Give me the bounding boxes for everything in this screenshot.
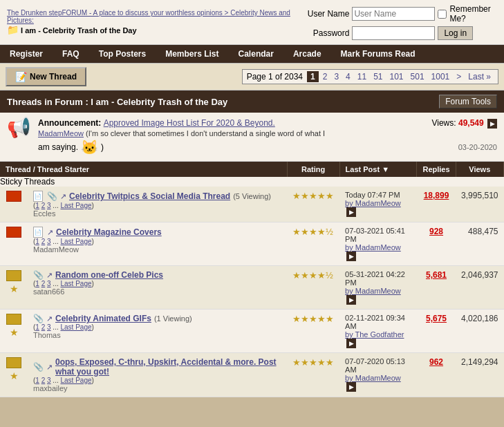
thread-1-page-2[interactable]: 2 [41,202,46,209]
thread-2-page-1[interactable]: 1 [35,238,39,245]
thread-5-page-3[interactable]: 3 [47,377,51,384]
nav-mark-forums-read[interactable]: Mark Forums Read [331,45,425,63]
remember-me-checkbox[interactable] [438,10,447,19]
thread-5-views: 2,149,294 [456,353,503,397]
thread-4-page-1[interactable]: 1 [35,323,39,331]
thread-4-last-post-author[interactable]: by The Godfather [345,330,404,339]
username-label: User Name [301,9,349,19]
header-left: The Drunken stepFORUM - A place to discu… [7,9,301,35]
thread-4-goto-icon[interactable]: ▶ [346,339,356,348]
page-next[interactable]: > [454,71,464,82]
thread-5-title-link[interactable]: 0ops, Exposed, C-thru, Upskirt, Accident… [55,357,281,377]
page-11[interactable]: 11 [355,71,369,82]
thread-3-goto-icon[interactable]: ▶ [346,295,356,305]
thread-5-last-post-author[interactable]: by MadamMeow [345,374,401,382]
thread-2-replies-link[interactable]: 928 [429,227,443,236]
thread-2-goto-icon[interactable]: ▶ [346,252,356,261]
thread-1-last-post: Today 07:47 PM by MadamMeow ▶ [339,187,417,222]
thread-4-starter: Thomas [33,331,281,339]
thread-4-title-link[interactable]: Celebrity Animated GIFs [55,314,151,323]
nav-register[interactable]: Register [0,45,53,63]
page-4[interactable]: 4 [343,71,353,82]
announcement-closing: ) [101,142,104,152]
thread-2-pages: (1 2 3 ... Last Page) [33,238,281,245]
announcement-title-link[interactable]: Approved Image Host List For 2020 & Beyo… [104,118,275,128]
thread-1-goto-icon[interactable]: ▶ [346,207,356,217]
thread-1-last-page[interactable]: Last Page [61,202,92,209]
thread-4-attach-icon: 📎 [33,314,44,323]
thread-5-goto-icon[interactable]: ▶ [346,382,356,392]
new-thread-button[interactable]: 📝 New Thread [6,67,86,86]
thread-5-page-1[interactable]: 1 [35,377,39,384]
page-1001[interactable]: 1001 [429,71,453,82]
thread-5-replies-link[interactable]: 962 [429,357,443,367]
password-input[interactable] [352,26,435,40]
page-101[interactable]: 101 [387,71,407,82]
thread-4-last-page[interactable]: Last Page [61,323,92,331]
thread-2-last-page[interactable]: Last Page [61,238,92,245]
thread-3-replies: 5,681 [417,266,456,310]
thread-1-last-post-author[interactable]: by MadamMeow [345,199,401,207]
announcement-goto-icon[interactable]: ▶ [487,119,497,129]
login-form: User Name Remember Me? Password Log in [301,4,497,40]
thread-1-replies-link[interactable]: 18,899 [424,191,449,200]
thread-3-page-3[interactable]: 3 [47,280,51,287]
announcement-date: 03-20-2020 [458,143,497,151]
table-row: ★ 📎 ↗ 0ops, Exposed, C-thru, Upskirt, Ac… [0,353,504,397]
login-button[interactable]: Log in [438,26,473,40]
nav-top-posters[interactable]: Top Posters [89,45,156,63]
thread-1-info-cell: 📄 📎 ↗ Celebrity Twitpics & Social Media … [28,187,287,222]
nav-members-list[interactable]: Members List [156,45,228,63]
thread-1-replies: 18,899 [417,187,456,222]
thread-4-last-post: 02-11-2021 09:34 AM by The Godfather ▶ [339,310,417,353]
thread-5-folder-icon [6,357,21,368]
thread-3-last-post-author[interactable]: by MadamMeow [345,287,401,295]
last-post-col-link[interactable]: Last Post ▼ [346,165,389,173]
page-1[interactable]: 1 [307,71,319,82]
thread-col-link[interactable]: Thread [6,165,31,173]
forum-link[interactable]: The Drunken stepFORUM - A place to discu… [7,9,290,24]
table-row: ★ 📎 ↗ Celebrity Animated GIFs (1 Viewing… [0,310,504,353]
thread-3-title-link[interactable]: Random one-off Celeb Pics [55,270,163,280]
thread-3-icon-cell: ★ [0,266,28,310]
thread-1-page-3[interactable]: 3 [47,202,51,209]
thread-starter-col-link[interactable]: Thread Starter [37,165,89,173]
thread-5-pages: (1 2 3 ... Last Page) [33,377,281,384]
thread-2-page-3[interactable]: 3 [47,238,51,245]
thread-3-last-post: 05-31-2021 04:22 PM by MadamMeow ▶ [339,266,417,310]
username-input[interactable] [352,7,435,21]
announcement-row: 📢 Announcement: Approved Image Host List… [0,113,504,162]
thread-4-page-2[interactable]: 2 [41,323,46,331]
thread-3-star-icon: ★ [6,283,22,294]
announcement-footer: am saying. 🐱 ) 03-20-2020 [38,139,497,155]
current-forum-title: 📁 I am - Celebrity Trash of the Day [7,24,301,35]
thread-1-page-1[interactable]: 1 [35,202,39,209]
page-3[interactable]: 3 [331,71,342,82]
announcement-author-link[interactable]: MadamMeow [38,129,84,137]
thread-3-replies-link[interactable]: 5,681 [426,270,447,280]
page-2[interactable]: 2 [320,71,330,82]
announcement-views: Views: 49,549 ▶ [431,118,497,129]
forum-tools-button[interactable]: Forum Tools [439,95,497,108]
nav-calendar[interactable]: Calendar [229,45,283,63]
page-501[interactable]: 501 [408,71,427,82]
thread-3-page-1[interactable]: 1 [35,280,39,287]
thread-4-page-3[interactable]: 3 [47,323,51,331]
thread-2-page-2[interactable]: 2 [41,238,46,245]
page-last[interactable]: Last » [465,71,494,82]
thread-4-stars: ★★★★★ [292,314,334,324]
thread-3-views: 2,046,937 [456,266,503,310]
thread-5-page-2[interactable]: 2 [41,377,46,384]
page-51[interactable]: 51 [371,71,385,82]
thread-3-page-2[interactable]: 2 [41,280,46,287]
thread-4-replies-link[interactable]: 5,675 [426,314,447,323]
thread-2-title-link[interactable]: Celebrity Magazine Covers [56,227,162,237]
thread-1-title-link[interactable]: Celebrity Twitpics & Social Media Thread [69,191,230,201]
thread-2-last-post-author[interactable]: by MadamMeow [345,243,401,252]
thread-5-last-page[interactable]: Last Page [61,377,92,384]
thread-3-last-page[interactable]: Last Page [61,280,92,287]
thread-3-pages: (1 2 3 ... Last Page) [33,280,281,287]
nav-faq[interactable]: FAQ [53,45,89,63]
nav-arcade[interactable]: Arcade [283,45,331,63]
announcement-label: Announcement: [38,118,104,128]
